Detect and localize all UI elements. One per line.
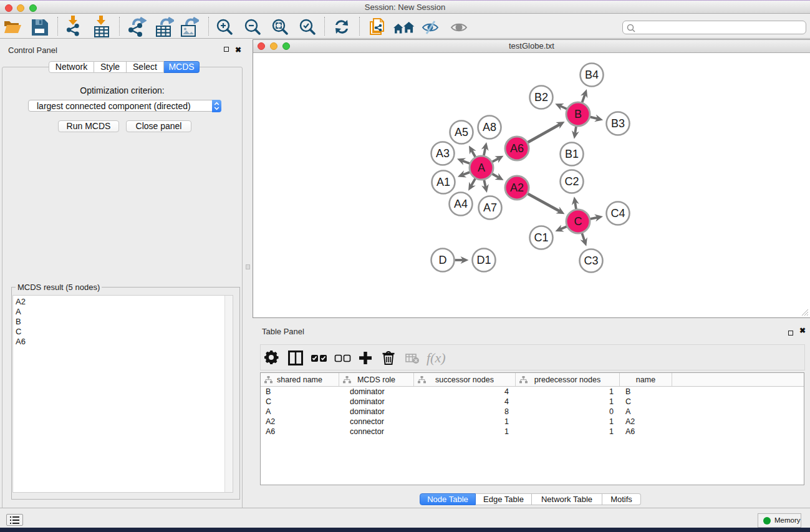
svg-text:A8: A8 (483, 121, 496, 133)
svg-text:A6: A6 (510, 142, 524, 155)
svg-text:A3: A3 (436, 147, 450, 160)
svg-text:A4: A4 (454, 198, 468, 210)
svg-text:A1: A1 (436, 176, 450, 188)
svg-text:A7: A7 (483, 201, 497, 214)
svg-text:A2: A2 (510, 181, 524, 194)
svg-text:C3: C3 (584, 254, 598, 267)
svg-text:C2: C2 (564, 175, 579, 188)
svg-text:B2: B2 (534, 91, 548, 104)
svg-text:C4: C4 (610, 207, 625, 220)
svg-text:A: A (478, 162, 485, 174)
svg-text:B1: B1 (565, 148, 579, 160)
svg-text:B4: B4 (585, 69, 599, 81)
svg-text:D: D (439, 254, 447, 266)
svg-text:C: C (574, 215, 582, 228)
svg-text:A5: A5 (455, 126, 468, 138)
svg-text:D1: D1 (476, 254, 491, 266)
svg-text:C1: C1 (534, 231, 548, 244)
svg-text:B3: B3 (611, 117, 625, 130)
svg-text:B: B (574, 108, 582, 120)
